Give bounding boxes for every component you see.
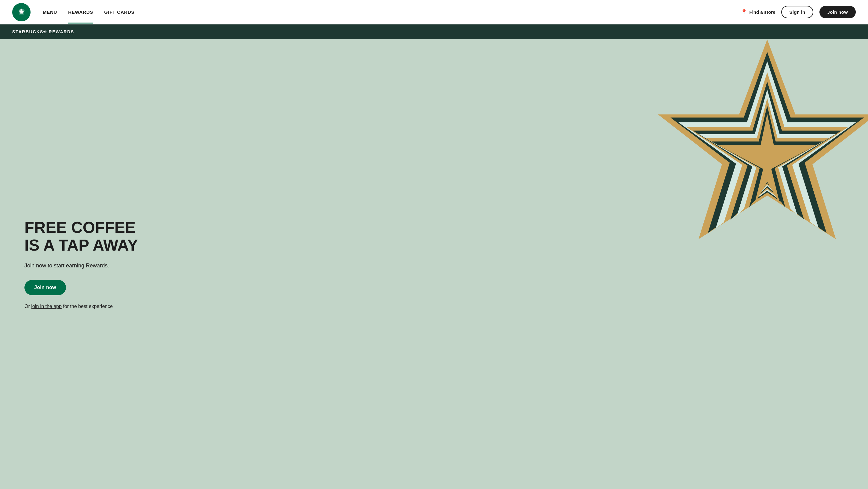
hero-subtext: Join now to start earning Rewards. bbox=[25, 262, 138, 269]
hero-app-text: Or join in the app for the best experien… bbox=[25, 304, 138, 309]
sub-nav-title: STARBUCKS® REWARDS bbox=[12, 29, 74, 34]
star-svg bbox=[642, 39, 868, 301]
main-nav: MENU REWARDS GIFT CARDS bbox=[43, 9, 741, 15]
find-store-link[interactable]: 📍 Find a store bbox=[741, 9, 775, 15]
signin-button[interactable]: Sign in bbox=[781, 6, 813, 18]
hero-section: FREE COFFEE IS A TAP AWAY Join now to st… bbox=[0, 39, 868, 489]
logo-area: ♛ bbox=[12, 3, 31, 21]
nav-gift-cards[interactable]: GIFT CARDS bbox=[104, 9, 134, 15]
svg-text:♛: ♛ bbox=[18, 7, 25, 17]
join-in-app-link[interactable]: join in the app bbox=[31, 304, 62, 309]
join-now-header-button[interactable]: Join now bbox=[819, 6, 856, 18]
header-right: 📍 Find a store Sign in Join now bbox=[741, 6, 856, 18]
join-now-hero-button[interactable]: Join now bbox=[25, 280, 66, 295]
sub-nav-bar: STARBUCKS® REWARDS bbox=[0, 25, 868, 39]
hero-headline: FREE COFFEE IS A TAP AWAY bbox=[25, 219, 138, 254]
star-graphic bbox=[642, 39, 868, 301]
nav-rewards[interactable]: REWARDS bbox=[68, 9, 93, 15]
main-header: ♛ MENU REWARDS GIFT CARDS 📍 Find a store… bbox=[0, 0, 868, 25]
hero-content: FREE COFFEE IS A TAP AWAY Join now to st… bbox=[0, 200, 156, 327]
find-store-label: Find a store bbox=[749, 9, 775, 15]
nav-menu[interactable]: MENU bbox=[43, 9, 57, 15]
starbucks-logo[interactable]: ♛ bbox=[12, 3, 31, 21]
location-icon: 📍 bbox=[741, 9, 747, 15]
